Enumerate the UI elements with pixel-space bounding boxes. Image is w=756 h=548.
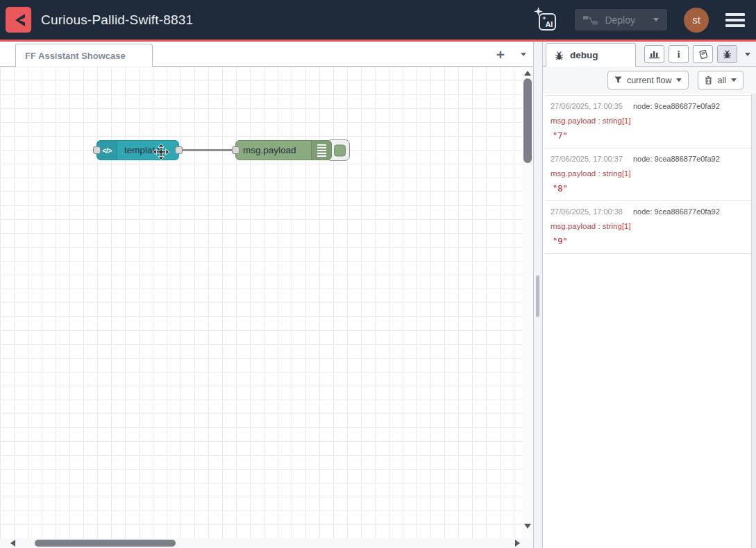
menu-bar-icon bbox=[725, 19, 745, 22]
separator-drag-handle[interactable] bbox=[536, 275, 539, 317]
flowfuse-logo-icon[interactable] bbox=[6, 7, 31, 33]
menu-bar-icon bbox=[725, 13, 745, 16]
ai-label: AI bbox=[539, 13, 556, 31]
filter-caret-icon bbox=[676, 78, 682, 82]
move-cursor-icon bbox=[153, 144, 169, 160]
avatar-initials: st bbox=[692, 14, 700, 26]
message-node-id: node: 9cea886877e0fa92 bbox=[633, 207, 720, 216]
instance-title: Curious-Pallid-Swift-8831 bbox=[41, 12, 193, 28]
message-property-size: [1] bbox=[622, 169, 631, 178]
workspace: FF Assistant Showcase + </> template bbox=[0, 42, 533, 548]
logo-glyph-icon bbox=[10, 11, 28, 29]
info-icon: i bbox=[677, 49, 680, 60]
debug-message[interactable]: 27/06/2025, 17:00:37 node: 9cea886877e0f… bbox=[546, 148, 751, 201]
clear-messages-button[interactable]: all bbox=[698, 71, 744, 89]
debug-filter-row: current flow all bbox=[543, 67, 756, 94]
flow-tabbar: FF Assistant Showcase + bbox=[0, 42, 533, 67]
flow-tab-ff-assistant-showcase[interactable]: FF Assistant Showcase bbox=[15, 44, 153, 67]
deploy-button[interactable]: Deploy bbox=[575, 9, 667, 31]
message-timestamp: 27/06/2025, 17:00:38 bbox=[551, 207, 623, 216]
info-button[interactable]: i bbox=[669, 45, 689, 63]
message-property-size: [1] bbox=[622, 222, 631, 230]
sidebar-tab-debug[interactable]: debug bbox=[546, 43, 636, 67]
bar-chart-icon bbox=[648, 49, 660, 59]
sidebar-header: debug i bbox=[543, 42, 756, 67]
message-property-path: msg.payload : string bbox=[551, 169, 622, 178]
clear-label: all bbox=[717, 76, 726, 85]
clear-caret-icon bbox=[731, 78, 737, 82]
scroll-up-arrow-icon[interactable] bbox=[524, 71, 531, 76]
wire-layer bbox=[0, 67, 533, 538]
debug-toggle-state-on bbox=[334, 144, 346, 156]
ai-assistant-button[interactable]: AI bbox=[533, 7, 558, 33]
bug-icon bbox=[554, 50, 564, 61]
message-property[interactable]: msg.payload : string[1] bbox=[551, 222, 746, 230]
header-bar: Curious-Pallid-Swift-8831 AI Deploy bbox=[0, 0, 756, 42]
deploy-options-caret-icon[interactable] bbox=[653, 18, 659, 22]
node-debug[interactable]: msg.payload bbox=[235, 140, 332, 160]
filter-label: current flow bbox=[627, 76, 672, 85]
debug-message[interactable]: 27/06/2025, 17:00:35 node: 9cea886877e0f… bbox=[546, 96, 751, 148]
canvas-vertical-scrollbar[interactable] bbox=[522, 67, 533, 538]
flow-canvas[interactable]: </> template msg.payload bbox=[0, 67, 533, 538]
bug-icon bbox=[722, 49, 732, 60]
flow-list-caret-icon[interactable] bbox=[521, 53, 526, 56]
message-value[interactable]: "7" bbox=[551, 131, 746, 141]
message-property[interactable]: msg.payload : string[1] bbox=[551, 117, 746, 125]
debug-message-list: 27/06/2025, 17:00:35 node: 9cea886877e0f… bbox=[546, 95, 751, 254]
main-menu-button[interactable] bbox=[725, 13, 745, 27]
message-value[interactable]: "8" bbox=[551, 184, 746, 194]
debug-message[interactable]: 27/06/2025, 17:00:38 node: 9cea886877e0f… bbox=[546, 201, 751, 254]
main-area: FF Assistant Showcase + </> template bbox=[0, 42, 756, 548]
canvas-horizontal-scrollbar[interactable] bbox=[0, 538, 533, 548]
sidebar-tool-buttons: i bbox=[644, 45, 737, 63]
deploy-nodes-icon bbox=[583, 15, 598, 25]
message-value[interactable]: "9" bbox=[551, 237, 746, 246]
flow-tab-label: FF Assistant Showcase bbox=[25, 51, 126, 61]
message-timestamp: 27/06/2025, 17:00:35 bbox=[551, 102, 623, 110]
message-meta: 27/06/2025, 17:00:35 node: 9cea886877e0f… bbox=[551, 102, 746, 110]
scroll-left-arrow-icon[interactable] bbox=[10, 540, 15, 547]
funnel-icon bbox=[614, 76, 622, 84]
message-property-path: msg.payload : string bbox=[551, 117, 622, 125]
vertical-scroll-thumb[interactable] bbox=[523, 78, 532, 163]
message-property[interactable]: msg.payload : string[1] bbox=[551, 169, 746, 178]
filter-dropdown-button[interactable]: current flow bbox=[607, 71, 689, 89]
scroll-down-arrow-icon[interactable] bbox=[524, 524, 531, 529]
message-node-id: node: 9cea886877e0fa92 bbox=[633, 155, 720, 163]
user-avatar[interactable]: st bbox=[684, 8, 709, 33]
message-property-path: msg.payload : string bbox=[551, 222, 622, 230]
sidebar-tab-debug-label: debug bbox=[570, 50, 598, 60]
message-timestamp: 27/06/2025, 17:00:37 bbox=[551, 155, 623, 163]
sidebar-scroll-gutter[interactable] bbox=[751, 94, 756, 548]
deploy-label: Deploy bbox=[605, 15, 635, 26]
trash-icon bbox=[705, 76, 712, 85]
horizontal-scroll-thumb[interactable] bbox=[35, 540, 176, 547]
header-actions: AI Deploy st bbox=[533, 7, 745, 33]
debug-messages-button[interactable] bbox=[717, 45, 737, 63]
message-meta: 27/06/2025, 17:00:37 node: 9cea886877e0f… bbox=[551, 155, 746, 163]
book-icon bbox=[698, 49, 709, 60]
message-node-id: node: 9cea886877e0fa92 bbox=[633, 102, 720, 110]
message-meta: 27/06/2025, 17:00:38 node: 9cea886877e0f… bbox=[551, 207, 746, 216]
message-property-size: [1] bbox=[622, 117, 631, 125]
node-debug-label: msg.payload bbox=[236, 145, 303, 155]
sidebar-resize-separator[interactable] bbox=[533, 42, 543, 548]
dashboard-chart-button[interactable] bbox=[644, 45, 664, 63]
menu-bar-icon bbox=[725, 24, 745, 27]
debug-list-icon bbox=[311, 141, 331, 160]
help-button[interactable] bbox=[693, 45, 713, 63]
add-flow-button[interactable]: + bbox=[492, 47, 510, 62]
template-output-port[interactable] bbox=[175, 146, 183, 154]
scroll-right-arrow-icon[interactable] bbox=[515, 540, 520, 547]
debug-sidebar: debug i bbox=[543, 42, 756, 548]
flow-tab-actions: + bbox=[492, 42, 530, 67]
node-red-app: Curious-Pallid-Swift-8831 AI Deploy bbox=[0, 0, 756, 548]
debug-input-port[interactable] bbox=[232, 146, 240, 154]
sidebar-tabs-caret-icon[interactable] bbox=[745, 53, 750, 56]
template-input-port[interactable] bbox=[93, 146, 101, 154]
